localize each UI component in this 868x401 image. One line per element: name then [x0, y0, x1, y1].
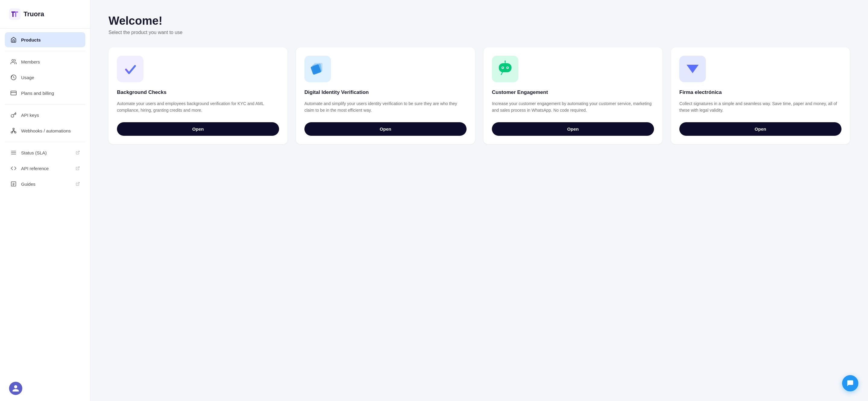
firma-electronica-desc: Collect signatures in a simple and seaml…: [679, 100, 841, 114]
external-link-icon-guides: [76, 182, 80, 186]
sidebar-item-webhooks[interactable]: Webhooks / automations: [5, 123, 85, 138]
svg-line-14: [78, 167, 79, 169]
firma-electronica-icon-wrap: [679, 56, 706, 82]
users-icon: [10, 58, 17, 65]
logo-text: Truora: [24, 10, 44, 18]
chat-fab-button[interactable]: [842, 375, 858, 391]
background-checks-name: Background Checks: [117, 90, 279, 95]
user-avatar-icon: [12, 385, 20, 392]
sidebar-item-status-label: Status (SLA): [21, 150, 47, 155]
customer-engagement-open-button[interactable]: Open: [492, 122, 654, 136]
home-icon: [10, 36, 17, 43]
sidebar-item-members-label: Members: [21, 59, 40, 64]
customer-engagement-icon-wrap: [492, 56, 518, 82]
customer-engagement-desc: Increase your customer engagement by aut…: [492, 100, 654, 114]
page-title: Welcome!: [108, 14, 850, 27]
svg-point-9: [14, 132, 16, 133]
sidebar-mid-divider-2: [5, 104, 85, 104]
external-link-icon-api: [76, 166, 80, 170]
sidebar-item-usage-label: Usage: [21, 75, 34, 80]
sidebar-item-guides-label: Guides: [21, 181, 36, 187]
sidebar-item-products-label: Products: [21, 37, 41, 42]
product-card-firma-electronica: Firma electrónica Collect signatures in …: [671, 47, 850, 144]
gauge-icon: [10, 74, 17, 81]
product-card-digital-identity: Digital Identity Verification Automate a…: [296, 47, 475, 144]
svg-rect-5: [11, 91, 16, 95]
background-checks-icon: [122, 61, 138, 77]
sidebar-bottom: [0, 376, 90, 401]
sidebar-item-api-keys-label: API keys: [21, 112, 39, 118]
customer-engagement-name: Customer Engagement: [492, 90, 654, 95]
logo[interactable]: Truora: [0, 0, 90, 28]
svg-point-26: [502, 67, 503, 68]
digital-identity-desc: Automate and simplify your users identit…: [304, 100, 467, 114]
customer-engagement-icon: [496, 60, 514, 78]
sidebar-item-plans-billing[interactable]: Plans and billing: [5, 86, 85, 101]
page-subtitle: Select the product you want to use: [108, 30, 850, 35]
sidebar-item-api-reference-label: API reference: [21, 166, 49, 171]
guides-icon: [10, 180, 17, 187]
main-content: Welcome! Select the product you want to …: [90, 0, 868, 401]
products-grid: Background Checks Automate your users an…: [108, 47, 850, 144]
product-card-customer-engagement: Customer Engagement Increase your custom…: [484, 47, 662, 144]
background-checks-open-button[interactable]: Open: [117, 122, 279, 136]
svg-point-3: [12, 60, 14, 62]
sidebar-top-divider: [0, 28, 90, 29]
sidebar-item-plans-billing-label: Plans and billing: [21, 91, 54, 96]
digital-identity-open-button[interactable]: Open: [304, 122, 467, 136]
card-icon: [10, 90, 17, 96]
sidebar: Truora Products: [0, 0, 90, 401]
sidebar-item-products[interactable]: Products: [5, 32, 85, 47]
firma-electronica-name: Firma electrónica: [679, 90, 841, 95]
chat-fab-icon: [846, 379, 854, 387]
sidebar-mid-divider-3: [5, 142, 85, 142]
firma-electronica-open-button[interactable]: Open: [679, 122, 841, 136]
sidebar-item-guides[interactable]: Guides: [5, 176, 85, 192]
background-checks-icon-wrap: [117, 56, 144, 82]
sidebar-mid-divider-1: [5, 51, 85, 51]
sidebar-item-usage[interactable]: Usage: [5, 70, 85, 85]
user-avatar[interactable]: [9, 382, 22, 395]
firma-electronica-icon: [684, 61, 701, 77]
webhook-icon: [10, 127, 17, 134]
svg-point-8: [11, 132, 13, 133]
sidebar-item-api-reference[interactable]: API reference: [5, 161, 85, 176]
digital-identity-icon: [309, 60, 327, 78]
sidebar-item-api-keys[interactable]: API keys: [5, 107, 85, 123]
truora-logo-icon: [9, 8, 21, 20]
sidebar-nav: Products Members: [0, 32, 90, 376]
svg-rect-23: [499, 63, 512, 72]
sidebar-item-members[interactable]: Members: [5, 54, 85, 69]
svg-marker-30: [687, 65, 699, 73]
external-link-icon-status: [76, 151, 80, 155]
digital-identity-icon-wrap: [304, 56, 331, 82]
status-icon: [10, 149, 17, 156]
svg-rect-0: [9, 8, 21, 20]
digital-identity-name: Digital Identity Verification: [304, 90, 467, 95]
product-card-background-checks: Background Checks Automate your users an…: [108, 47, 287, 144]
sidebar-item-webhooks-label: Webhooks / automations: [21, 128, 71, 133]
svg-line-19: [78, 182, 79, 184]
background-checks-desc: Automate your users and employees backgr…: [117, 100, 279, 114]
svg-point-29: [504, 61, 506, 62]
svg-point-27: [507, 67, 508, 68]
api-reference-icon: [10, 165, 17, 172]
svg-line-13: [78, 151, 79, 153]
sidebar-item-status[interactable]: Status (SLA): [5, 145, 85, 160]
key-icon: [10, 112, 17, 118]
